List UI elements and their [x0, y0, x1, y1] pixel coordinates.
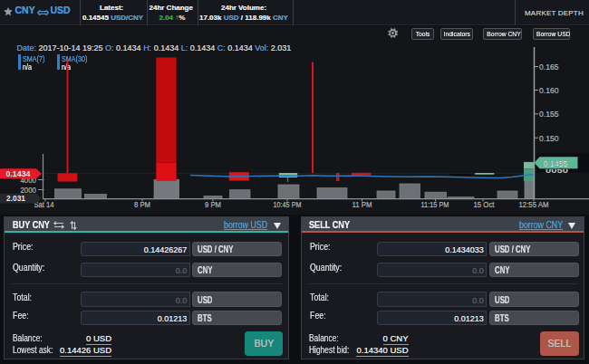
svg-text:9 PM: 9 PM — [205, 199, 221, 209]
svg-text:11:15 PM: 11:15 PM — [421, 199, 449, 209]
svg-text:10:45 PM: 10:45 PM — [274, 199, 302, 209]
svg-text:0.165: 0.165 — [539, 62, 559, 72]
svg-text:0.1455: 0.1455 — [544, 158, 568, 168]
svg-text:0.160: 0.160 — [539, 85, 559, 95]
svg-text:11 PM: 11 PM — [352, 199, 372, 209]
svg-text:15 Oct: 15 Oct — [474, 199, 495, 209]
svg-text:0.155: 0.155 — [539, 109, 559, 119]
svg-text:12:55 AM: 12:55 AM — [519, 199, 549, 209]
svg-text:2.031: 2.031 — [6, 193, 26, 203]
svg-text:0.1434: 0.1434 — [6, 168, 32, 178]
svg-text:8 PM: 8 PM — [134, 199, 150, 209]
svg-text:0.150: 0.150 — [539, 133, 559, 143]
